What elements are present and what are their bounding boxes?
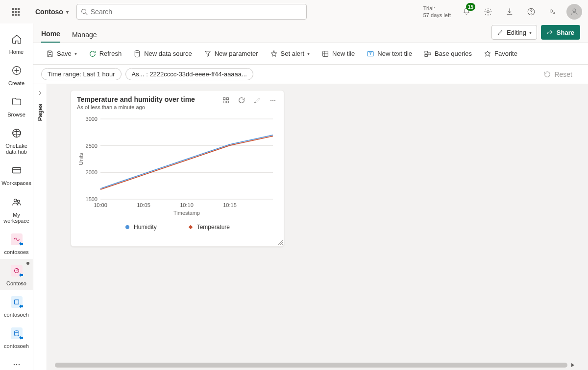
chevron-down-icon: ▾ [74, 51, 77, 56]
share-button[interactable]: Share [541, 25, 580, 40]
workspaces-icon [11, 165, 22, 176]
new-text-tile-button[interactable]: New text tile [362, 47, 417, 61]
horizontal-scrollbar[interactable] [55, 362, 576, 368]
nav-my-workspace-label: My workspace [0, 212, 33, 224]
nav-workspaces[interactable]: Workspaces [0, 159, 33, 190]
onelake-icon [11, 128, 22, 139]
save-label: Save [57, 50, 72, 57]
dashboard-canvas[interactable]: Temperature and humidity over time As of… [47, 84, 588, 370]
resize-icon [278, 240, 283, 245]
chevron-down-icon: ▾ [529, 30, 532, 35]
help-button[interactable] [521, 2, 541, 22]
nav-contosoes[interactable]: contosoes [0, 228, 33, 259]
nav-more[interactable] [0, 353, 33, 370]
legend-temperature: Temperature [188, 224, 230, 231]
tab-manage[interactable]: Manage [72, 27, 97, 43]
svg-point-20 [18, 364, 20, 366]
nav-create[interactable]: Create [0, 59, 33, 90]
left-nav: Home Create Browse OneLake data hub Work… [0, 23, 33, 370]
nav-home[interactable]: Home [0, 27, 33, 59]
new-data-source-label: New data source [144, 50, 192, 57]
nav-contosoeh2[interactable]: contosoeh [0, 322, 33, 353]
scrollbar-thumb[interactable] [55, 363, 567, 368]
feedback-button[interactable] [543, 2, 563, 22]
resize-handle[interactable] [278, 240, 283, 245]
svg-text:Units: Units [78, 153, 84, 165]
set-alert-button[interactable]: Set alert ▾ [265, 47, 315, 61]
nav-onelake[interactable]: OneLake data hub [0, 121, 33, 159]
scroll-right-button[interactable] [569, 362, 576, 369]
set-alert-label: Set alert [281, 50, 304, 57]
filter-row: Time range: Last 1 hour As... : 2222cccc… [33, 65, 588, 84]
chart-tile[interactable]: Temperature and humidity over time As of… [71, 90, 284, 247]
asset-filter-pill[interactable]: As... : 2222cccc-33dd-eeee-ff44-aaaaa... [125, 68, 253, 80]
new-tile-button[interactable]: New tile [317, 47, 360, 61]
nav-browse[interactable]: Browse [0, 90, 33, 121]
tile-refresh-button[interactable] [237, 95, 246, 105]
refresh-button[interactable]: Refresh [84, 47, 127, 61]
favorite-button[interactable]: Favorite [479, 47, 522, 61]
tile-icon [321, 50, 329, 58]
svg-rect-52 [188, 225, 192, 229]
notifications-button[interactable]: 15 [457, 2, 476, 22]
svg-rect-30 [223, 98, 225, 100]
download-button[interactable] [500, 2, 519, 22]
new-data-source-button[interactable]: New data source [128, 47, 197, 61]
more-icon [269, 96, 277, 104]
svg-rect-27 [425, 51, 427, 53]
active-indicator-icon [26, 262, 29, 265]
account-button[interactable] [564, 2, 584, 22]
nav-contoso[interactable]: Contoso [0, 259, 33, 290]
chart-legend: Humidity Temperature [71, 221, 284, 235]
feedback-icon [548, 7, 557, 16]
svg-text:3000: 3000 [86, 116, 98, 122]
eventstream-icon [11, 233, 23, 245]
notification-badge: 15 [466, 3, 475, 11]
new-parameter-button[interactable]: New parameter [199, 47, 263, 61]
dashboard-item-icon [11, 265, 23, 277]
chevron-right-icon [37, 90, 43, 96]
app-launcher-button[interactable] [4, 0, 27, 23]
svg-text:10:05: 10:05 [137, 202, 150, 208]
content-area: Home Manage Editing ▾ Share Save ▾ [33, 23, 588, 370]
top-bar: Contoso ▾ Trial: 57 days left 15 [0, 0, 588, 23]
svg-point-35 [272, 100, 273, 101]
reset-button[interactable]: Reset [536, 70, 580, 78]
svg-rect-28 [425, 54, 427, 56]
tabs-row: Home Manage Editing ▾ Share [33, 23, 588, 43]
pages-expand-button[interactable] [35, 88, 45, 98]
svg-text:10:10: 10:10 [180, 202, 194, 208]
reset-icon [543, 70, 551, 78]
legend-temperature-label: Temperature [197, 224, 230, 231]
nav-my-workspace[interactable]: My workspace [0, 190, 33, 228]
chart-area: 150020002500300010:0010:0510:1010:15Time… [71, 112, 284, 221]
svg-point-2 [487, 11, 490, 13]
nav-contoso-label: Contoso [5, 280, 27, 286]
new-parameter-label: New parameter [215, 50, 258, 57]
triangle-right-icon [570, 363, 575, 368]
svg-point-19 [16, 364, 17, 366]
search-input-container[interactable] [76, 4, 307, 20]
save-button[interactable]: Save ▾ [41, 47, 82, 61]
tab-home[interactable]: Home [41, 26, 60, 43]
grid-icon [222, 96, 230, 104]
favorite-label: Favorite [494, 50, 517, 57]
svg-text:Timestamp: Timestamp [173, 210, 200, 216]
tile-edit-button[interactable] [252, 95, 262, 105]
time-range-pill[interactable]: Time range: Last 1 hour [41, 68, 122, 80]
star-icon [484, 50, 491, 58]
tile-explore-button[interactable] [221, 95, 231, 105]
workspace-switcher[interactable]: Contoso ▾ [31, 8, 73, 16]
editing-mode-button[interactable]: Editing ▾ [491, 25, 537, 40]
save-icon [46, 50, 54, 58]
plus-circle-icon [11, 65, 22, 76]
base-queries-button[interactable]: Base queries [419, 47, 477, 61]
line-chart: 150020002500300010:0010:0510:1010:15Time… [77, 114, 278, 217]
tile-more-button[interactable] [268, 95, 278, 105]
filter-icon [204, 50, 212, 58]
settings-button[interactable] [478, 2, 498, 22]
nav-contosoeh1[interactable]: contosoeh [0, 290, 33, 322]
gear-icon [484, 7, 492, 16]
search-input[interactable] [91, 8, 302, 16]
trial-status: Trial: 57 days left [423, 5, 451, 19]
